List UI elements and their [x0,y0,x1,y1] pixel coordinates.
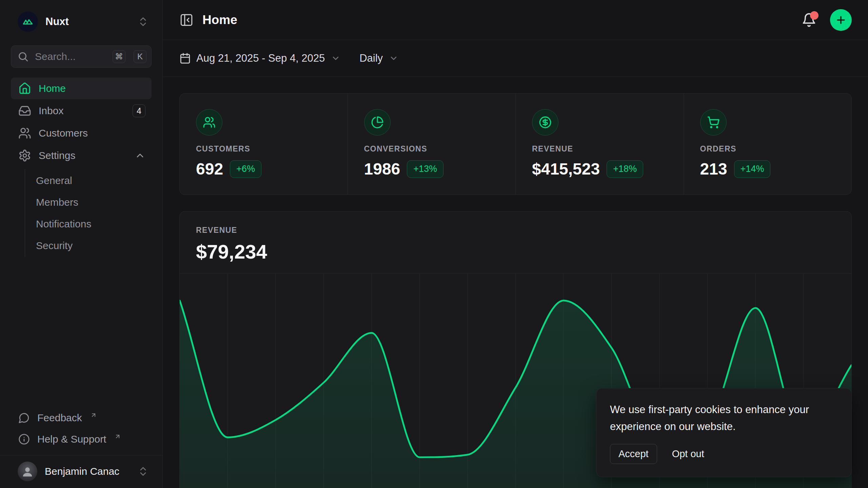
home-icon [18,82,31,95]
stat-value: $415,523 [532,160,600,178]
sidebar-item-members[interactable]: Members [25,191,152,213]
opt-out-button[interactable]: Opt out [672,448,704,460]
nuxt-logo [18,12,38,32]
workspace-switcher[interactable]: Nuxt [11,0,152,32]
sidebar-collapse-icon[interactable] [179,13,194,27]
stat-delta-badge: +18% [607,160,643,178]
date-range-picker[interactable]: Aug 21, 2025 - Sep 4, 2025 [179,52,340,64]
stat-label: CUSTOMERS [196,144,331,154]
stat-revenue: REVENUE $415,523 +18% [515,94,684,195]
stat-value: 692 [196,160,223,178]
add-button[interactable] [830,9,852,31]
external-link-icon [90,412,97,419]
workspace-name: Nuxt [45,16,130,28]
sidebar: Nuxt Search... ⌘ K Home [0,0,163,488]
sidebar-item-inbox[interactable]: Inbox 4 [11,100,152,122]
chevrons-up-down-icon [137,16,149,27]
stat-label: CONVERSIONS [364,144,499,154]
stat-delta-badge: +6% [230,160,261,178]
chat-bubble-icon [18,412,30,424]
cart-icon [700,109,727,136]
sidebar-item-label: Inbox [39,105,125,117]
search-placeholder: Search... [35,51,104,62]
stats-card: CUSTOMERS 692 +6% CONVERSIONS 1986 +13% [179,93,852,195]
date-range-value: Aug 21, 2025 - Sep 4, 2025 [196,52,325,64]
kbd-cmd: ⌘ [113,50,125,63]
accept-button[interactable]: Accept [610,444,657,464]
plus-icon [835,14,847,26]
inbox-icon [18,104,31,117]
help-support-link[interactable]: Help & Support [11,428,152,450]
stat-conversions: CONVERSIONS 1986 +13% [348,94,516,195]
settings-subnav: General Members Notifications Security [25,169,152,257]
stat-label: REVENUE [532,144,667,154]
kbd-k: K [134,50,146,63]
granularity-select[interactable]: Daily [359,52,398,64]
page-title: Home [202,13,237,27]
gear-icon [18,149,31,162]
search-icon [17,51,29,62]
sidebar-item-general[interactable]: General [25,170,152,191]
chevron-down-icon [389,54,398,63]
sidebar-item-label: Settings [39,150,127,161]
revenue-chart-value: $79,234 [196,240,835,263]
external-link-icon [114,433,121,440]
inbox-count-badge: 4 [133,104,145,117]
users-icon [18,127,31,140]
search-input[interactable]: Search... ⌘ K [11,45,152,68]
chevrons-up-down-icon [137,466,149,477]
sidebar-item-settings[interactable]: Settings [11,145,152,166]
sidebar-item-customers[interactable]: Customers [11,122,152,144]
notifications-button[interactable] [802,13,816,27]
avatar [18,462,37,481]
notification-dot [810,11,818,20]
sidebar-item-notifications[interactable]: Notifications [25,213,152,235]
info-circle-icon [18,433,30,445]
cookie-message: We use first-party cookies to enhance yo… [610,401,827,435]
help-support-label: Help & Support [37,433,106,445]
users-icon [196,109,222,136]
stat-delta-badge: +14% [734,160,771,178]
sidebar-footer: Feedback Help & Support [11,407,152,488]
stat-delta-badge: +13% [407,160,443,178]
sidebar-item-label: Customers [39,127,145,139]
stat-value: 1986 [364,160,400,178]
stat-label: ORDERS [700,144,835,154]
granularity-value: Daily [359,52,383,64]
user-name: Benjamin Canac [45,466,130,477]
feedback-label: Feedback [37,412,82,424]
stat-customers: CUSTOMERS 692 +6% [180,94,348,195]
stat-value: 213 [700,160,727,178]
user-menu[interactable]: Benjamin Canac [11,455,152,488]
filters-toolbar: Aug 21, 2025 - Sep 4, 2025 Daily [163,40,868,77]
calendar-icon [179,53,191,64]
dollar-circle-icon [532,109,558,136]
pie-chart-icon [364,109,391,136]
cookie-consent-toast: We use first-party cookies to enhance yo… [596,388,852,477]
sidebar-nav: Home Inbox 4 Customers [11,78,152,257]
sidebar-item-security[interactable]: Security [25,235,152,257]
feedback-link[interactable]: Feedback [11,407,152,428]
chevron-down-icon [331,54,340,63]
sidebar-item-label: Home [39,83,145,94]
page-header: Home [163,0,868,40]
chevron-up-icon [135,150,145,161]
revenue-chart-label: REVENUE [196,226,835,235]
sidebar-item-home[interactable]: Home [11,78,152,99]
stat-orders: ORDERS 213 +14% [684,94,852,195]
